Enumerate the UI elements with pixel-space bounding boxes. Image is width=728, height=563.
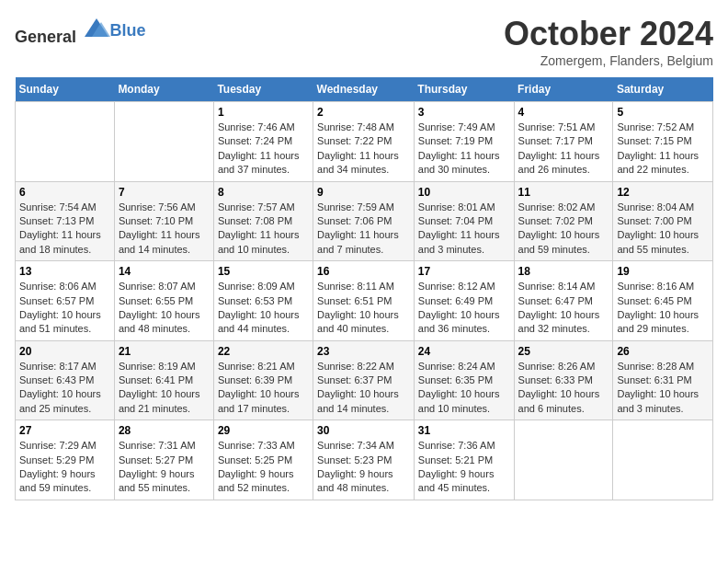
sunrise-text: Sunrise: 8:19 AM (119, 361, 196, 372)
sunset-text: Sunset: 6:57 PM (19, 295, 94, 306)
sunrise-text: Sunrise: 7:29 AM (19, 440, 97, 451)
day-number: 24 (418, 345, 510, 358)
logo-icon (83, 15, 110, 42)
daylight-text: Daylight: 11 hours and 7 minutes. (317, 229, 399, 254)
sunrise-text: Sunrise: 8:04 AM (617, 201, 694, 213)
day-number: 29 (218, 424, 309, 437)
calendar-cell: 16Sunrise: 8:11 AMSunset: 6:51 PMDayligh… (313, 261, 415, 341)
sunset-text: Sunset: 6:43 PM (19, 374, 94, 385)
day-info: Sunrise: 8:06 AMSunset: 6:57 PMDaylight:… (19, 280, 110, 337)
day-info: Sunrise: 8:16 AMSunset: 6:45 PMDaylight:… (617, 280, 709, 337)
day-number: 19 (617, 265, 709, 278)
sunrise-text: Sunrise: 7:31 AM (119, 440, 196, 451)
daylight-text: Daylight: 11 hours and 10 minutes. (218, 229, 300, 254)
calendar-cell: 5Sunrise: 7:52 AMSunset: 7:15 PMDaylight… (613, 102, 713, 182)
sunrise-text: Sunrise: 7:49 AM (418, 121, 495, 132)
day-number: 17 (418, 265, 510, 278)
month-title: October 2024 (504, 15, 713, 53)
daylight-text: Daylight: 10 hours and 36 minutes. (418, 309, 500, 334)
daylight-text: Daylight: 11 hours and 3 minutes. (418, 229, 500, 254)
calendar-table: SundayMondayTuesdayWednesdayThursdayFrid… (15, 77, 713, 500)
sunset-text: Sunset: 7:00 PM (617, 215, 691, 226)
sunset-text: Sunset: 6:37 PM (317, 374, 392, 385)
calendar-week-5: 27Sunrise: 7:29 AMSunset: 5:29 PMDayligh… (16, 420, 713, 500)
calendar-cell: 23Sunrise: 8:22 AMSunset: 6:37 PMDayligh… (313, 340, 415, 420)
location-subtitle: Zomergem, Flanders, Belgium (504, 53, 713, 68)
header-thursday: Thursday (414, 77, 514, 102)
sunrise-text: Sunrise: 8:06 AM (19, 281, 97, 292)
sunrise-text: Sunrise: 7:52 AM (617, 121, 694, 132)
sunset-text: Sunset: 7:13 PM (19, 215, 94, 226)
calendar-cell: 2Sunrise: 7:48 AMSunset: 7:22 PMDaylight… (313, 102, 415, 182)
calendar-cell: 3Sunrise: 7:49 AMSunset: 7:19 PMDaylight… (414, 102, 514, 182)
day-number: 25 (518, 345, 609, 358)
day-info: Sunrise: 8:12 AMSunset: 6:49 PMDaylight:… (418, 280, 510, 337)
daylight-text: Daylight: 11 hours and 26 minutes. (518, 150, 600, 175)
daylight-text: Daylight: 10 hours and 14 minutes. (317, 388, 399, 413)
day-info: Sunrise: 7:31 AMSunset: 5:27 PMDaylight:… (119, 439, 210, 496)
sunrise-text: Sunrise: 8:24 AM (418, 361, 495, 372)
day-info: Sunrise: 8:19 AMSunset: 6:41 PMDaylight:… (119, 360, 210, 417)
sunset-text: Sunset: 7:08 PM (218, 215, 292, 226)
sunset-text: Sunset: 5:23 PM (317, 454, 392, 465)
sunset-text: Sunset: 6:53 PM (218, 295, 292, 306)
sunset-text: Sunset: 5:25 PM (218, 454, 292, 465)
day-number: 16 (317, 265, 410, 278)
daylight-text: Daylight: 10 hours and 44 minutes. (218, 309, 300, 334)
day-number: 26 (617, 345, 709, 358)
calendar-cell (514, 420, 613, 500)
day-info: Sunrise: 8:24 AMSunset: 6:35 PMDaylight:… (418, 360, 510, 417)
calendar-cell: 4Sunrise: 7:51 AMSunset: 7:17 PMDaylight… (514, 102, 613, 182)
day-number: 23 (317, 345, 410, 358)
day-info: Sunrise: 7:52 AMSunset: 7:15 PMDaylight:… (617, 121, 709, 178)
day-info: Sunrise: 8:11 AMSunset: 6:51 PMDaylight:… (317, 280, 410, 337)
daylight-text: Daylight: 10 hours and 55 minutes. (617, 229, 699, 254)
daylight-text: Daylight: 10 hours and 48 minutes. (119, 309, 200, 334)
day-number: 9 (317, 186, 410, 199)
daylight-text: Daylight: 11 hours and 14 minutes. (119, 229, 200, 254)
daylight-text: Daylight: 11 hours and 22 minutes. (617, 150, 699, 175)
day-info: Sunrise: 7:34 AMSunset: 5:23 PMDaylight:… (317, 439, 410, 496)
sunrise-text: Sunrise: 8:14 AM (518, 281, 596, 292)
sunrise-text: Sunrise: 8:16 AM (617, 281, 694, 292)
calendar-cell: 18Sunrise: 8:14 AMSunset: 6:47 PMDayligh… (514, 261, 613, 341)
day-info: Sunrise: 7:29 AMSunset: 5:29 PMDaylight:… (19, 439, 110, 496)
sunrise-text: Sunrise: 7:56 AM (119, 201, 196, 213)
day-number: 11 (518, 186, 609, 199)
calendar-cell: 11Sunrise: 8:02 AMSunset: 7:02 PMDayligh… (514, 181, 613, 261)
calendar-cell: 31Sunrise: 7:36 AMSunset: 5:21 PMDayligh… (414, 420, 514, 500)
calendar-cell: 9Sunrise: 7:59 AMSunset: 7:06 PMDaylight… (313, 181, 415, 261)
day-info: Sunrise: 8:09 AMSunset: 6:53 PMDaylight:… (218, 280, 309, 337)
day-number: 3 (418, 106, 510, 119)
day-number: 21 (119, 345, 210, 358)
daylight-text: Daylight: 10 hours and 21 minutes. (119, 388, 200, 413)
sunrise-text: Sunrise: 8:09 AM (218, 281, 295, 292)
sunset-text: Sunset: 5:27 PM (119, 454, 193, 465)
logo-general: General (15, 28, 76, 46)
day-number: 18 (518, 265, 609, 278)
logo-blue: Blue (110, 21, 146, 40)
sunset-text: Sunset: 7:06 PM (317, 215, 392, 226)
day-info: Sunrise: 7:48 AMSunset: 7:22 PMDaylight:… (317, 121, 410, 178)
day-info: Sunrise: 8:14 AMSunset: 6:47 PMDaylight:… (518, 280, 609, 337)
sunrise-text: Sunrise: 8:11 AM (317, 281, 394, 292)
sunset-text: Sunset: 6:35 PM (418, 374, 493, 385)
calendar-week-4: 20Sunrise: 8:17 AMSunset: 6:43 PMDayligh… (16, 340, 713, 420)
calendar-cell: 19Sunrise: 8:16 AMSunset: 6:45 PMDayligh… (613, 261, 713, 341)
sunset-text: Sunset: 5:29 PM (19, 454, 94, 465)
day-number: 20 (19, 345, 110, 358)
sunset-text: Sunset: 7:04 PM (418, 215, 493, 226)
day-number: 6 (19, 186, 110, 199)
day-info: Sunrise: 7:57 AMSunset: 7:08 PMDaylight:… (218, 201, 309, 258)
title-block: October 2024 Zomergem, Flanders, Belgium (504, 15, 713, 68)
daylight-text: Daylight: 9 hours and 55 minutes. (119, 468, 195, 493)
calendar-cell: 24Sunrise: 8:24 AMSunset: 6:35 PMDayligh… (414, 340, 514, 420)
daylight-text: Daylight: 10 hours and 32 minutes. (518, 309, 600, 334)
calendar-cell: 10Sunrise: 8:01 AMSunset: 7:04 PMDayligh… (414, 181, 514, 261)
day-number: 5 (617, 106, 709, 119)
calendar-cell: 14Sunrise: 8:07 AMSunset: 6:55 PMDayligh… (114, 261, 213, 341)
calendar-cell (16, 102, 115, 182)
day-number: 10 (418, 186, 510, 199)
day-info: Sunrise: 8:26 AMSunset: 6:33 PMDaylight:… (518, 360, 609, 417)
sunrise-text: Sunrise: 8:12 AM (418, 281, 495, 292)
